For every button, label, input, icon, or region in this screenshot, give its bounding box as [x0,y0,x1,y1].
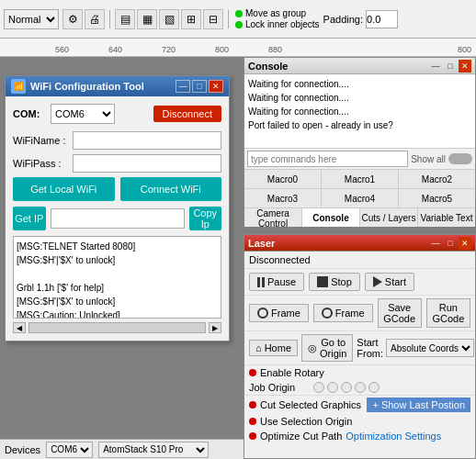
h-scrollbar[interactable] [28,322,206,333]
stop-btn[interactable]: Stop [309,273,360,291]
origin-dot-1[interactable] [313,382,324,393]
coords-select[interactable]: Absolute Coords [386,339,474,357]
align-top-icon[interactable]: ⊞ [181,9,201,29]
laser-titlebar: Laser — □ ✕ [244,235,475,252]
start-icon [373,276,382,287]
wifi-title-icon: 📶 [11,79,26,94]
macro5-btn[interactable]: Macro5 [399,189,475,207]
job-origin-row: Job Origin [244,380,475,396]
frame2-btn[interactable]: Frame [313,304,373,322]
wifi-minimize-btn[interactable]: — [176,80,190,93]
com-status-select[interactable]: COM6 [46,442,93,458]
macro4-btn[interactable]: Macro4 [322,189,399,207]
origin-dot-4[interactable] [355,382,366,393]
align-left-icon[interactable]: ▤ [115,9,135,29]
laser-panel: Laser — □ ✕ Disconnected Pause Stop Star… [244,234,476,459]
frame1-btn[interactable]: Frame [249,304,309,322]
ruler-880: 880 [268,45,322,54]
use-sel-label: Use Selection Origin [260,416,352,427]
log-line-1: [MSG:TELNET Started 8080] [17,240,218,253]
padding-input[interactable] [366,10,398,28]
use-sel-row: Use Selection Origin [244,414,475,429]
nav-row: ⌂ Home ◎ Go to Origin Start From: Absolu… [244,331,475,365]
align-center-icon[interactable]: ▦ [137,9,157,29]
toolbar-checkboxes: Move as group Lock inner objects [235,8,320,29]
go-to-origin-btn[interactable]: ◎ Go to Origin [301,334,353,362]
start-from-group: Start From: Absolute Coords [357,337,474,359]
rotary-row: Enable Rotary [244,365,475,380]
origin-dot-5[interactable] [368,382,380,393]
align-bottom-icon[interactable]: ⊟ [203,9,223,29]
origin-dot-3[interactable] [341,382,352,393]
get-local-wifi-btn[interactable]: Get Local WiFi [13,177,115,201]
macro1-btn[interactable]: Macro1 [322,170,399,188]
align-right-icon[interactable]: ▧ [159,9,179,29]
show-all-toggle[interactable] [448,153,472,164]
console-line-4: Port failed to open - already in use? [248,118,471,132]
cut-selected-label: Cut Selected Graphics [260,399,361,410]
log-line-2: [MSG:$H'|'$X' to unlock] [17,253,218,267]
tab-camera-control[interactable]: Camera Control [244,208,302,227]
console-input-row: Show all [244,148,475,169]
wifi-maximize-btn[interactable]: □ [192,80,207,93]
run-gcode-btn[interactable]: Run GCode [426,298,470,328]
disconnect-btn[interactable]: Disconnect [153,106,221,122]
move-as-group-item[interactable]: Move as group [235,8,320,18]
settings-icon[interactable]: ⚙ [62,9,83,29]
lock-inner-item[interactable]: Lock inner objects [235,19,320,29]
pause-btn[interactable]: Pause [249,273,304,291]
lock-inner-indicator [235,21,243,28]
ruler-560: 560 [55,45,108,54]
com-label: COM: [13,108,45,119]
laser-maximize-btn[interactable]: □ [444,237,457,250]
console-maximize-btn[interactable]: □ [444,60,457,73]
console-input[interactable] [247,151,408,167]
ruler-640: 640 [108,45,162,54]
ruler-side-number: 800 [458,45,471,54]
tab-cuts-layers[interactable]: Cuts / Layers [360,208,418,227]
tab-console[interactable]: Console [302,208,360,227]
wifi-name-input[interactable] [73,131,221,150]
show-last-btn[interactable]: + Show Last Postion [367,397,470,412]
laser-status: Disconnected [249,254,470,265]
tab-variable-text[interactable]: Variable Text [418,208,475,227]
console-titlebar: Console — □ ✕ [244,58,475,74]
print-icon[interactable]: 🖨 [85,9,105,29]
save-gcode-btn[interactable]: Save GCode [378,298,422,328]
ruler-numbers: 560 640 720 800 880 [55,45,322,56]
get-ip-btn[interactable]: Get IP [13,207,46,230]
home-btn[interactable]: ⌂ Home [249,340,298,356]
normal-select[interactable]: Normal [4,9,59,29]
show-all-label: Show all [411,154,446,164]
optimization-settings-link[interactable]: Optimization Settings [346,431,470,442]
scroll-right-btn[interactable]: ▶ [209,322,221,333]
macro3-btn[interactable]: Macro3 [244,189,322,207]
toolbar-icons: ⚙ 🖨 ▤ ▦ ▧ ⊞ ⊟ [62,9,232,29]
origin-dot-2[interactable] [327,382,338,393]
copy-ip-btn[interactable]: Copy Ip [189,207,222,230]
get-ip-row: Get IP Copy Ip [13,207,221,230]
move-as-group-indicator [235,10,243,17]
com-select[interactable]: COM6 [51,104,115,124]
wifi-name-row: WiFiName : [13,131,221,150]
wifi-close-btn[interactable]: ✕ [209,80,223,93]
laser-close-btn[interactable]: ✕ [459,237,471,250]
scrollbar-area: ◀ ▶ [13,322,221,333]
connect-wifi-btn[interactable]: Connect WiFi [120,177,222,201]
console-minimize-btn[interactable]: — [429,60,442,73]
use-sel-indicator [249,418,256,425]
frame-btn-row: Frame Frame Save GCode Run GCode [244,296,475,331]
device-status-select[interactable]: AtomStack S10 Pro [98,442,209,458]
start-btn[interactable]: Start [365,273,414,291]
ruler-720: 720 [162,45,215,54]
scroll-left-btn[interactable]: ◀ [13,322,26,333]
cut-row: Cut Selected Graphics + Show Last Postio… [244,396,475,414]
wifi-pass-input[interactable] [73,154,221,173]
macro2-btn[interactable]: Macro2 [399,170,475,188]
laser-minimize-btn[interactable]: — [429,237,442,250]
macro0-btn[interactable]: Macro0 [244,170,322,188]
console-close-btn[interactable]: ✕ [459,60,471,73]
ip-input[interactable] [51,208,185,229]
laser-status-row: Disconnected [244,252,475,269]
status-bar: Devices COM6 AtomStack S10 Pro [0,439,244,459]
